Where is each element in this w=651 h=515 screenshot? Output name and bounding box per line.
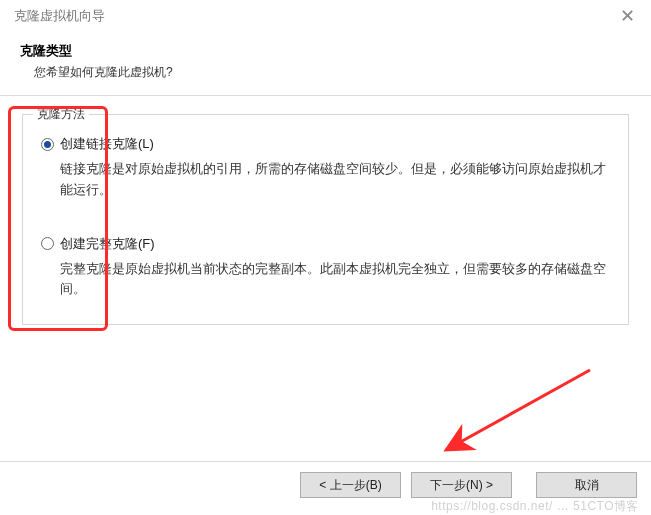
option-label-linked: 创建链接克隆(L) (60, 135, 154, 153)
option-label-full: 创建完整克隆(F) (60, 235, 155, 253)
radio-full-clone[interactable] (41, 237, 54, 250)
option-desc-full: 完整克隆是原始虚拟机当前状态的完整副本。此副本虚拟机完全独立，但需要较多的存储磁… (60, 259, 610, 301)
option-full-clone[interactable]: 创建完整克隆(F) 完整克隆是原始虚拟机当前状态的完整副本。此副本虚拟机完全独立… (41, 235, 610, 301)
watermark-text: https://blog.csdn.net/ … 51CTO博客 (431, 498, 639, 515)
close-icon[interactable]: ✕ (614, 7, 641, 25)
next-button[interactable]: 下一步(N) > (411, 472, 512, 498)
page-subtitle: 您希望如何克隆此虚拟机? (34, 64, 631, 81)
page-title: 克隆类型 (20, 42, 631, 60)
content-area: 克隆方法 创建链接克隆(L) 链接克隆是对原始虚拟机的引用，所需的存储磁盘空间较… (0, 96, 651, 335)
clone-method-group: 克隆方法 创建链接克隆(L) 链接克隆是对原始虚拟机的引用，所需的存储磁盘空间较… (22, 114, 629, 325)
svg-line-0 (446, 370, 590, 450)
option-desc-linked: 链接克隆是对原始虚拟机的引用，所需的存储磁盘空间较少。但是，必须能够访问原始虚拟… (60, 159, 610, 201)
wizard-header: 克隆类型 您希望如何克隆此虚拟机? (0, 32, 651, 95)
group-legend: 克隆方法 (33, 106, 89, 123)
option-linked-clone[interactable]: 创建链接克隆(L) 链接克隆是对原始虚拟机的引用，所需的存储磁盘空间较少。但是，… (41, 135, 610, 201)
window-title: 克隆虚拟机向导 (14, 7, 105, 25)
cancel-button[interactable]: 取消 (536, 472, 637, 498)
back-button[interactable]: < 上一步(B) (300, 472, 401, 498)
radio-linked-clone[interactable] (41, 138, 54, 151)
titlebar: 克隆虚拟机向导 ✕ (0, 0, 651, 32)
